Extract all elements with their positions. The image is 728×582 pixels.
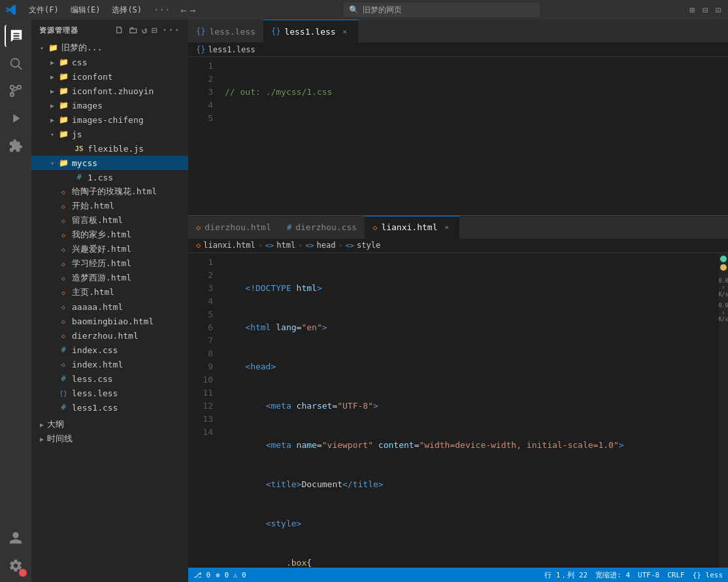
file-1css-icon: # xyxy=(73,173,85,182)
sidebar-item-less-css[interactable]: ▶ # less.css xyxy=(31,371,188,386)
index-css-label: index.css xyxy=(72,345,118,355)
search-text: 旧梦的网页 xyxy=(363,5,402,16)
top-tab-bar: {} less.less {} less1.less ✕ xyxy=(188,20,728,43)
sidebar-item-zaomeng[interactable]: ▶ ◇ 造梦西游.html xyxy=(31,271,188,285)
sidebar-item-kaishi[interactable]: ▶ ◇ 开始.html xyxy=(31,199,188,213)
file-html8-icon: ◇ xyxy=(58,289,69,296)
breadcrumb-less1-filename[interactable]: less1.less xyxy=(208,45,255,54)
sidebar-item-shijianxian[interactable]: ▶ 时间线 xyxy=(31,432,188,446)
status-language[interactable]: {} less xyxy=(693,571,723,579)
menu-select[interactable]: 选择(S) xyxy=(107,3,147,17)
status-position[interactable]: 行 1，列 22 xyxy=(544,570,587,580)
sidebar-item-images[interactable]: ▶ 📁 images xyxy=(31,98,188,112)
sidebar-item-baomingbiao[interactable]: ▶ ◇ baomingbiao.html xyxy=(31,314,188,328)
forward-button[interactable]: → xyxy=(190,4,196,16)
tab-lianxi-html-close[interactable]: ✕ xyxy=(441,222,452,233)
menu-more[interactable]: ··· xyxy=(148,3,175,17)
sidebar-item-index-css[interactable]: ▶ # index.css xyxy=(31,343,188,357)
back-button[interactable]: ← xyxy=(180,4,187,16)
sidebar-item-images-chifeng[interactable]: ▶ 📁 images-chifeng xyxy=(31,112,188,127)
activity-git[interactable] xyxy=(5,80,27,102)
breadcrumb-style[interactable]: style xyxy=(357,241,380,250)
sidebar-item-iconfont-zhuoyin[interactable]: ▶ 📁 iconfont.zhuoyin xyxy=(31,84,188,98)
folder-iconfont-icon: 📁 xyxy=(58,72,69,81)
menu-file[interactable]: 文件(F) xyxy=(24,3,64,17)
sidebar-item-dierzhou[interactable]: ▶ ◇ dierzhou.html xyxy=(31,328,188,343)
sidebar-item-1css[interactable]: ▶ # 1.css xyxy=(31,170,188,184)
tab-dierzhou-css-icon: # xyxy=(287,223,291,232)
sidebar-item-js[interactable]: ▾ 📁 js xyxy=(31,127,188,141)
layout-toggle[interactable]: ⊞ xyxy=(687,5,697,14)
css-arrow: ▶ xyxy=(47,59,58,66)
activity-settings[interactable]: 1 xyxy=(5,555,27,577)
sidebar-item-flexible-js[interactable]: ▶ JS flexible.js xyxy=(31,141,188,156)
folder-js-icon: 📁 xyxy=(58,129,69,139)
breadcrumb-style-icon: <> xyxy=(346,241,354,250)
folder-css-icon: 📁 xyxy=(58,58,69,67)
sidebar-item-mycss[interactable]: ▾ 📁 mycss xyxy=(31,156,188,170)
bottom-editor-content[interactable]: 1 2 3 4 5 6 7 8 9 10 11 12 13 14 xyxy=(188,253,728,568)
sidebar-item-index-html[interactable]: ▶ ◇ index.html xyxy=(31,357,188,371)
sidebar-item-gei-taozi[interactable]: ▶ ◇ 给陶子的玫瑰花.html xyxy=(31,184,188,199)
sidebar-item-dagang[interactable]: ▶ 大纲 xyxy=(31,417,188,432)
folder-images-chifeng-icon: 📁 xyxy=(58,115,69,124)
jiaxiang-label: 我的家乡.html xyxy=(72,229,131,241)
baomingbiao-label: baomingbiao.html xyxy=(72,317,154,326)
sidebar-item-aaaaa[interactable]: ▶ ◇ aaaaa.html xyxy=(31,300,188,314)
tab-less-less-icon: {} xyxy=(196,27,205,36)
refresh-icon[interactable]: ↺ xyxy=(142,25,148,35)
bottom-right-panel: 0.0↑ K/s 0.0↓ K/s xyxy=(719,253,728,568)
top-scrollbar[interactable] xyxy=(719,57,728,215)
file-less-icon: {} xyxy=(58,390,69,397)
sidebar-item-css[interactable]: ▶ 📁 css xyxy=(31,55,188,69)
activity-extensions[interactable] xyxy=(5,135,27,157)
collapse-icon[interactable]: ⊟ xyxy=(152,25,157,35)
sidebar-header-icons: 🗋 🗀 ↺ ⊟ ··· xyxy=(114,25,180,35)
status-git[interactable]: ⎇ 0 xyxy=(193,571,210,579)
tab-dierzhou-html[interactable]: ◇ dierzhou.html xyxy=(188,216,279,239)
status-encoding[interactable]: UTF-8 xyxy=(638,571,659,579)
sidebar-item-less1-css[interactable]: ▶ # less1.css xyxy=(31,400,188,415)
new-file-icon[interactable]: 🗋 xyxy=(114,25,124,35)
tree-root-folder[interactable]: ▾ 📁 旧梦的... xyxy=(31,41,188,55)
breadcrumb-head-icon: <> xyxy=(305,241,314,250)
header-dots[interactable]: ··· xyxy=(162,25,180,35)
new-folder-icon[interactable]: 🗀 xyxy=(128,25,138,35)
status-line-ending[interactable]: CRLF xyxy=(667,571,685,579)
sidebar-item-iconfont[interactable]: ▶ 📁 iconfont xyxy=(31,69,188,84)
top-line-numbers: 1 2 3 4 5 xyxy=(188,57,220,215)
sidebar-item-zhuye[interactable]: ▶ ◇ 主页.html xyxy=(31,285,188,300)
panel-toggle[interactable]: ⊡ xyxy=(714,5,723,14)
tab-less-less-label: less.less xyxy=(209,27,255,37)
activity-bar-bottom: 1 xyxy=(5,527,27,582)
menu-bar: 文件(F) 编辑(E) 选择(S) ··· xyxy=(24,3,175,17)
breadcrumb-head[interactable]: head xyxy=(317,241,336,250)
activity-account[interactable] xyxy=(5,527,27,549)
activity-explorer[interactable] xyxy=(5,25,27,47)
status-indent[interactable]: 宽缩进: 4 xyxy=(595,570,630,580)
top-editor-content[interactable]: 1 2 3 4 5 // out: ./mycss/1.css //out: .… xyxy=(188,57,728,215)
sidebar-item-xingqu[interactable]: ▶ ◇ 兴趣爱好.html xyxy=(31,242,188,256)
dierzhou-label: dierzhou.html xyxy=(72,331,139,341)
sidebar-item-liuyanban[interactable]: ▶ ◇ 留言板.html xyxy=(31,213,188,228)
tab-less1-less-close[interactable]: ✕ xyxy=(340,26,350,37)
svg-line-1 xyxy=(18,66,22,69)
tab-lianxi-html[interactable]: ◇ lianxi.html ✕ xyxy=(365,216,459,239)
breadcrumb-html[interactable]: html xyxy=(276,241,295,250)
status-errors[interactable]: ⊗ 0 ⚠ 0 xyxy=(216,571,246,579)
iconfont-arrow: ▶ xyxy=(47,73,58,80)
tab-less1-less[interactable]: {} less1.less ✕ xyxy=(263,20,358,43)
sidebar-item-jiaxiang[interactable]: ▶ ◇ 我的家乡.html xyxy=(31,228,188,242)
tab-dierzhou-css[interactable]: # dierzhou.css xyxy=(279,216,365,239)
menu-edit[interactable]: 编辑(E) xyxy=(65,3,106,17)
folder-mycss-icon: 📁 xyxy=(58,158,69,167)
sidebar-toggle[interactable]: ⊟ xyxy=(701,5,710,14)
activity-run[interactable] xyxy=(5,107,27,129)
breadcrumb-lianxi-filename[interactable]: lianxi.html xyxy=(203,241,255,250)
vscode-icon xyxy=(5,4,17,16)
search-bar[interactable]: 🔍 旧梦的网页 xyxy=(344,3,540,17)
tab-less-less[interactable]: {} less.less xyxy=(188,20,263,43)
sidebar-item-xuexi[interactable]: ▶ ◇ 学习经历.html xyxy=(31,256,188,271)
activity-search[interactable] xyxy=(5,52,27,75)
sidebar-item-less-less[interactable]: ▶ {} less.less xyxy=(31,386,188,400)
